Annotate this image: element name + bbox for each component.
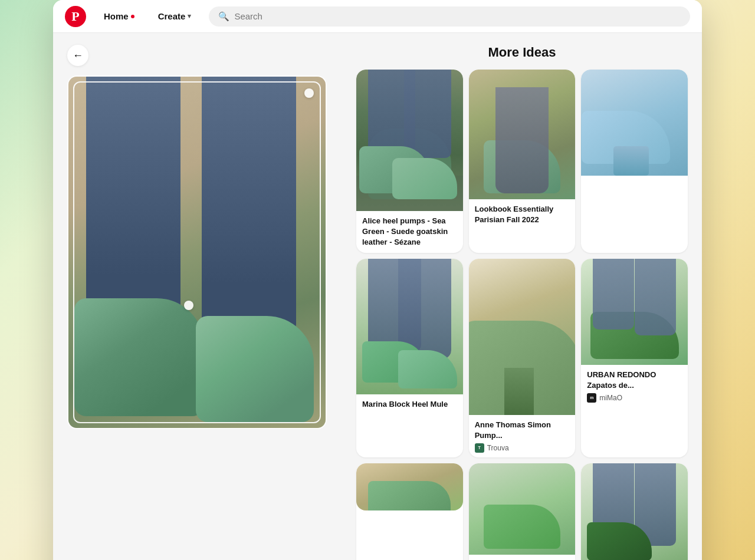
pin-image — [581, 463, 688, 560]
pin-card[interactable] — [581, 70, 688, 253]
pin-image — [581, 70, 688, 176]
pin-card[interactable] — [356, 463, 463, 560]
pin-source: m miMaO — [587, 393, 682, 403]
jeans-left-decoration — [86, 77, 180, 324]
search-icon: 🔍 — [218, 11, 229, 22]
pin-card[interactable]: Marina Block Heel Mule — [356, 259, 463, 457]
source-logo: m — [587, 393, 596, 403]
pin-info: Marina Block Heel Mule — [356, 394, 463, 414]
pin-title: URBAN REDONDO Zapatos de... — [587, 370, 682, 391]
dot-indicator-top — [304, 88, 314, 98]
main-image-container — [67, 75, 327, 429]
shoe-right-decoration — [196, 316, 314, 422]
navbar: P Home Create ▾ 🔍 — [53, 0, 702, 33]
pin-source: T Trouva — [475, 443, 570, 453]
pin-card[interactable]: Knit Detail Square Toe Court... E EMERYR… — [581, 463, 688, 560]
pin-image — [581, 259, 688, 365]
create-chevron-icon: ▾ — [188, 12, 191, 20]
shoe-left-decoration — [74, 298, 204, 416]
pin-image — [469, 463, 576, 555]
jeans-right-decoration — [202, 77, 296, 336]
source-name: Trouva — [487, 444, 509, 452]
pin-image — [356, 463, 463, 510]
more-ideas-title: More Ideas — [356, 45, 688, 60]
pin-image — [356, 70, 463, 211]
pin-image — [356, 259, 463, 394]
pin-card[interactable]: Anne Thomas Simon Pump... T Trouva — [469, 259, 576, 457]
create-nav-item[interactable]: Create ▾ — [152, 8, 198, 25]
pins-grid: Alice heel pumps - Sea Green - Suede goa… — [356, 70, 688, 560]
pin-image — [469, 70, 576, 199]
pin-card[interactable]: Lookbook Essentially Parisian Fall 2022 — [469, 70, 576, 253]
pin-title: Lookbook Essentially Parisian Fall 2022 — [475, 204, 570, 225]
home-label: Home — [104, 11, 129, 21]
left-panel: ← — [67, 33, 344, 560]
pin-info: Lookbook Essentially Parisian Fall 2022 — [469, 199, 576, 230]
pin-title: Anne Thomas Simon Pump... — [475, 420, 570, 441]
pin-image — [469, 259, 576, 415]
home-nav-item[interactable]: Home — [98, 8, 140, 25]
main-image — [68, 77, 326, 428]
source-logo: T — [475, 443, 484, 453]
pin-info — [469, 555, 576, 560]
pinterest-logo[interactable]: P — [65, 6, 86, 27]
pin-info: Alice heel pumps - Sea Green - Suede goa… — [356, 211, 463, 253]
search-bar[interactable]: 🔍 — [209, 6, 690, 27]
create-label: Create — [158, 11, 186, 21]
pin-title: Alice heel pumps - Sea Green - Suede goa… — [362, 216, 457, 248]
pin-card[interactable]: Alice heel pumps - Sea Green - Suede goa… — [356, 70, 463, 253]
back-button[interactable]: ← — [67, 45, 88, 66]
pin-title: Marina Block Heel Mule — [362, 399, 457, 410]
pin-info — [581, 176, 688, 185]
pin-info — [356, 510, 463, 520]
pin-info: URBAN REDONDO Zapatos de... m miMaO — [581, 365, 688, 407]
pin-card[interactable]: URBAN REDONDO Zapatos de... m miMaO — [581, 259, 688, 457]
pin-card[interactable] — [469, 463, 576, 560]
search-input[interactable] — [234, 11, 681, 21]
right-panel: More Ideas — [356, 33, 688, 560]
pin-info: Anne Thomas Simon Pump... T Trouva — [469, 415, 576, 457]
home-notification-dot — [131, 15, 134, 18]
source-name: miMaO — [599, 394, 622, 402]
dot-indicator-mid — [184, 301, 193, 310]
main-content: ← More Ideas — [53, 33, 702, 560]
